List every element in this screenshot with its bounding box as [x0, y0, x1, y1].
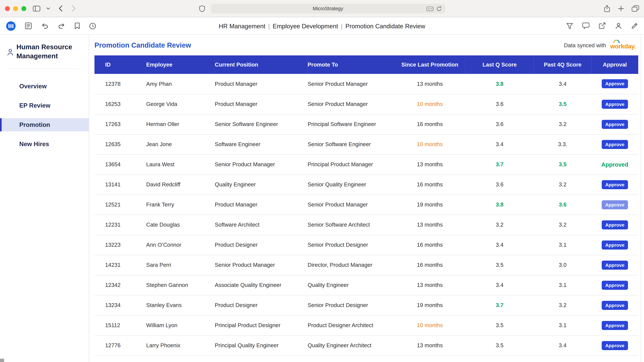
sidebar-title: Human Resource Management [16, 43, 80, 61]
cell-promote-to: Product Designer Architect [308, 315, 394, 335]
cell-since-last-promotion: 10 months [394, 315, 466, 335]
filter-icon[interactable] [566, 23, 573, 29]
chevron-down-icon[interactable] [46, 7, 50, 10]
cell-approval: Approve [592, 275, 638, 295]
approve-button[interactable]: Approve [602, 99, 628, 109]
share-icon[interactable] [604, 5, 610, 12]
column-header-promote-to: Promote To [308, 55, 394, 74]
cell-last-q-score: 3.4 [466, 134, 534, 154]
approve-button[interactable]: Approve [602, 301, 628, 310]
sidebar-toggle-icon[interactable] [33, 5, 40, 11]
table-row: 13141David RedcliffQuality EngineerSenio… [94, 174, 638, 195]
scrollbar[interactable] [641, 35, 641, 362]
approve-button[interactable]: Approve [602, 79, 628, 88]
privacy-shield-icon[interactable] [199, 5, 205, 12]
breadcrumb-item[interactable]: Employee Development [273, 22, 338, 29]
approve-button[interactable]: Approve [602, 180, 628, 189]
browser-window: MicroStrategy [0, 0, 644, 362]
app-logo[interactable] [6, 21, 16, 30]
cell-id: 12635 [94, 134, 146, 154]
cell-past-4q-score: 3.2 [534, 215, 592, 235]
breadcrumb-item[interactable]: HR Management [219, 22, 265, 29]
cell-since-last-promotion: 13 months [394, 74, 466, 94]
cell-approval: Approve [592, 195, 638, 215]
cell-current-position: Principal Quality Engineer [215, 335, 308, 356]
cell-id: 16253 [94, 94, 146, 114]
bookmark-icon[interactable] [75, 23, 80, 29]
cell-id: 12231 [94, 215, 146, 235]
sidebar-item-ep-review[interactable]: EP Review [0, 99, 89, 112]
cell-promote-to: Senior Product Manager [308, 74, 394, 94]
breadcrumb-separator: | [338, 22, 346, 29]
cell-current-position: Product Manager [215, 94, 308, 114]
cell-since-last-promotion: 13 months [394, 335, 466, 356]
approve-button[interactable]: Approve [602, 240, 628, 249]
comment-icon[interactable] [582, 23, 590, 29]
cell-employee: Stephen Gannon [146, 275, 215, 295]
cell-employee: William Lyon [146, 315, 215, 335]
cell-current-position: Senior Product Manager [215, 255, 308, 275]
approve-button[interactable]: Approve [602, 140, 628, 149]
cell-approval: Approve [592, 295, 638, 315]
sidebar-item-new-hires[interactable]: New Hires [0, 137, 89, 150]
forward-icon[interactable] [72, 5, 76, 11]
back-icon[interactable] [59, 5, 62, 11]
cell-past-4q-score: 3.2 [534, 295, 592, 315]
approve-button[interactable]: Approve [602, 281, 628, 290]
approve-button[interactable]: Approve [602, 260, 628, 270]
column-header-last-q-score: Last Q Score [466, 55, 534, 74]
column-header-since-last-promotion: Since Last Promotion [394, 55, 466, 74]
workday-logo: workday. [610, 40, 636, 50]
cell-approval: Approve [592, 174, 638, 195]
cell-current-position: Product Manager [215, 195, 308, 215]
sidebar-item-promotion[interactable]: Promotion [0, 118, 89, 131]
breadcrumb-item[interactable]: Promotion Candidate Review [346, 22, 425, 29]
column-header-approval: Approval [592, 55, 638, 74]
page-title: Promotion Candidate Review [94, 41, 191, 49]
cell-promote-to: Principal Product Manager [308, 154, 394, 174]
redo-icon[interactable] [58, 23, 65, 29]
new-tab-icon[interactable] [618, 5, 624, 11]
main-header: Promotion Candidate Review Data synced w… [94, 38, 644, 52]
cell-last-q-score: 3.8 [466, 74, 534, 94]
approve-button[interactable]: Approve [602, 120, 628, 129]
account-icon[interactable] [615, 23, 622, 29]
address-bar[interactable]: MicroStrategy [211, 4, 445, 13]
approved-label: Approved [602, 161, 628, 168]
contents-icon[interactable] [25, 23, 32, 29]
table-row: 12342Stephen GannonAssociate Quality Eng… [94, 275, 638, 295]
minimize-window-button[interactable] [13, 6, 18, 11]
export-icon[interactable] [599, 23, 606, 29]
approve-button[interactable]: Approve [602, 220, 628, 229]
tab-overview-icon[interactable] [632, 5, 639, 12]
cell-approval: Approve [592, 74, 638, 94]
close-window-button[interactable] [5, 6, 10, 11]
promotion-table: IDEmployeeCurrent PositionPromote ToSinc… [94, 55, 638, 356]
cell-last-q-score: 3.4 [466, 235, 534, 255]
cell-current-position: Product Designer [215, 235, 308, 255]
zoom-window-button[interactable] [21, 6, 26, 11]
table-row: 13223Ann O’ConnorProduct DesignerSenior … [94, 235, 638, 255]
approve-button[interactable]: Approve [602, 200, 628, 209]
edit-icon[interactable] [631, 23, 638, 29]
cell-promote-to: Senior Software Engineer [308, 134, 394, 154]
breadcrumb-separator: | [265, 22, 273, 29]
approve-button[interactable]: Approve [602, 321, 628, 330]
history-icon[interactable] [89, 22, 96, 29]
cell-id: 15112 [94, 315, 146, 335]
cell-employee: Cate Douglas [146, 215, 215, 235]
cell-employee: Herman Oller [146, 114, 215, 134]
cell-approval: Approve [592, 315, 638, 335]
column-header-employee: Employee [146, 55, 215, 74]
cell-id: 12776 [94, 335, 146, 356]
cell-approval: Approve [592, 114, 638, 134]
cell-since-last-promotion: 13 months [394, 275, 466, 295]
address-bar-text: MicroStrategy [313, 6, 343, 11]
cell-id: 14231 [94, 255, 146, 275]
reload-icon[interactable] [436, 6, 442, 11]
sidebar-item-overview[interactable]: Overview [0, 80, 89, 93]
undo-icon[interactable] [41, 23, 48, 29]
approve-button[interactable]: Approve [602, 341, 628, 350]
autofill-icon[interactable] [426, 6, 434, 11]
cell-promote-to: Principal Software Engineer [308, 114, 394, 134]
